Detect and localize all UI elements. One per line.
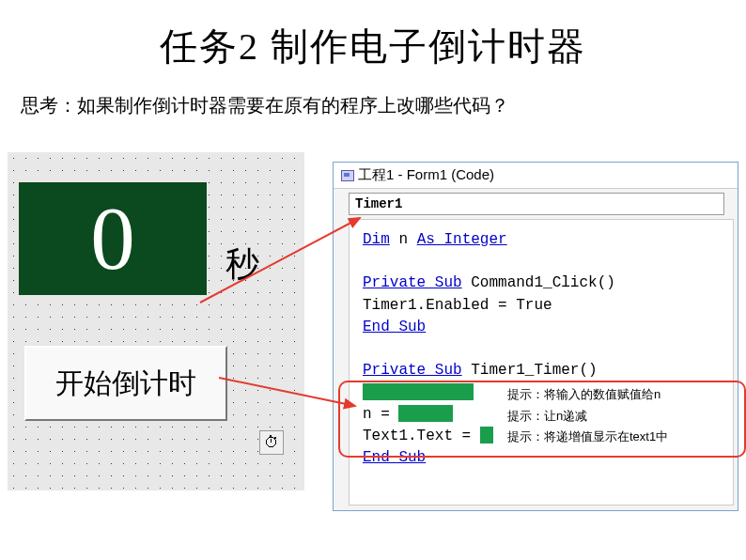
hint-2: 提示：让n递减	[507, 408, 587, 425]
workspace: 0 秒 开始倒计时 ⏱ 工程1 - Form1 (Code) Timer1 Di…	[8, 152, 744, 517]
vb-form-designer: 0 秒 开始倒计时 ⏱	[8, 152, 304, 490]
seconds-label: 秒	[225, 241, 259, 288]
code-line-enable: Timer1.Enabled = True	[363, 295, 727, 317]
timer-control-icon[interactable]: ⏱	[259, 430, 284, 455]
vb-project-icon	[341, 170, 354, 181]
redacted-block-2	[398, 405, 453, 422]
object-dropdown[interactable]: Timer1	[349, 193, 724, 215]
code-window-title-text: 工程1 - Form1 (Code)	[358, 166, 494, 184]
countdown-display: 0	[19, 182, 207, 295]
code-line-end2: End Sub	[363, 447, 727, 469]
code-window: 工程1 - Form1 (Code) Timer1 Dim n As Integ…	[333, 162, 738, 511]
code-line-sub2: Private Sub Timer1_Timer()	[363, 360, 727, 381]
question-text: 思考：如果制作倒计时器需要在原有的程序上改哪些代码？	[0, 72, 746, 118]
display-value: 0	[90, 194, 135, 284]
redacted-block-3	[480, 427, 493, 443]
hint-1: 提示：将输入的数值赋值给n	[507, 386, 661, 403]
start-countdown-button[interactable]: 开始倒计时	[24, 346, 227, 421]
code-body: Dim n As Integer Private Sub Command1_Cl…	[349, 219, 734, 506]
code-line-sub1: Private Sub Command1_Click()	[363, 272, 727, 294]
code-line-dim: Dim n As Integer	[363, 229, 727, 251]
hint-3: 提示：将递增值显示在text1中	[507, 428, 746, 445]
code-line-end1: End Sub	[363, 317, 727, 338]
slide-title: 任务2 制作电子倒计时器	[0, 0, 746, 72]
code-window-title: 工程1 - Form1 (Code)	[334, 163, 738, 189]
redacted-block-1	[363, 383, 474, 400]
